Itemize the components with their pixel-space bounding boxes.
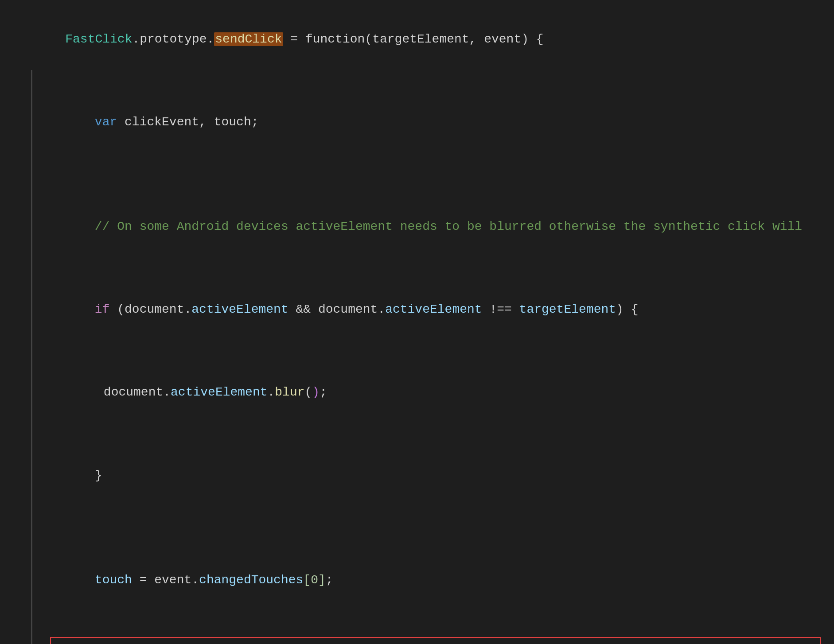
blank-line-9 bbox=[41, 611, 834, 632]
if-condition: (document.activeElement && document.acti… bbox=[109, 303, 638, 316]
touch-assign: = event.changedTouches[0]; bbox=[132, 573, 333, 587]
blank-line-4 bbox=[41, 258, 834, 279]
code-line-touch: touch = event.changedTouches[0]; bbox=[41, 550, 834, 611]
blank-line-1 bbox=[41, 70, 834, 92]
comment-text: // On some Android devices activeElement… bbox=[95, 220, 802, 233]
code-editor: FastClick.prototype.sendClick = function… bbox=[0, 0, 834, 644]
outer-code-block: var clickEvent, touch; // On some Androi… bbox=[31, 70, 834, 644]
object-name: FastClick bbox=[65, 32, 132, 46]
code-line-blur: document.activeElement.blur(); bbox=[41, 362, 834, 423]
keyword-if: if bbox=[95, 303, 110, 316]
blank-line-5 bbox=[41, 341, 834, 362]
code-line-if: if (document.activeElement && document.a… bbox=[41, 279, 834, 340]
code-line-close-brace: } bbox=[41, 445, 834, 506]
method-name-highlight: sendClick bbox=[214, 32, 283, 46]
blur-call: document.activeElement.blur(); bbox=[104, 385, 327, 399]
function-rest: = function(targetElement, event) { bbox=[283, 32, 544, 46]
var-decl: clickEvent, touch; bbox=[117, 115, 258, 129]
blank-line-8 bbox=[41, 528, 834, 550]
touch-var: touch bbox=[95, 573, 132, 587]
blank-line-6 bbox=[41, 423, 834, 445]
code-line-comment-android: // On some Android devices activeElement… bbox=[41, 196, 834, 257]
red-box-section: // Synthesise a click event, with an ext… bbox=[50, 637, 821, 644]
blank-line-2 bbox=[41, 153, 834, 175]
code-line-header: FastClick.prototype.sendClick = function… bbox=[27, 9, 834, 70]
keyword-var: var bbox=[95, 115, 117, 129]
blank-line-7 bbox=[41, 506, 834, 528]
blank-line-3 bbox=[41, 175, 834, 196]
dot-prototype: .prototype. bbox=[132, 32, 214, 46]
code-line-var: var clickEvent, touch; bbox=[41, 92, 834, 153]
brace-close: } bbox=[95, 469, 102, 482]
